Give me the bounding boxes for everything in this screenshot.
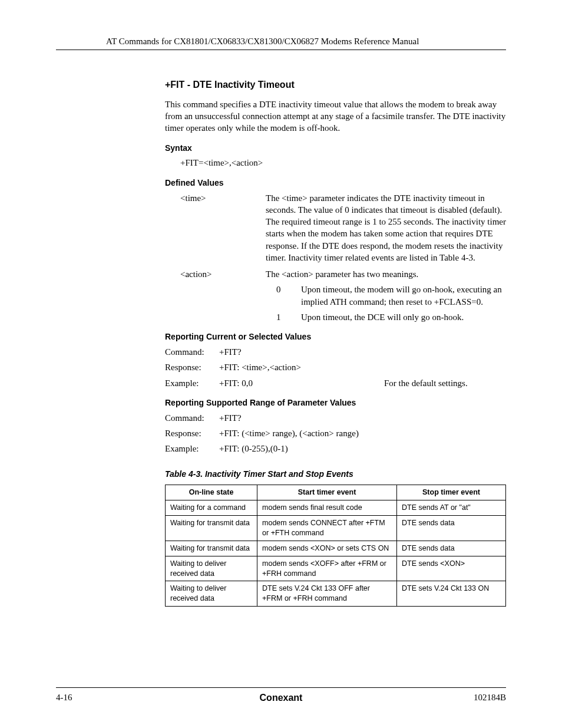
def-action-1-val: Upon timeout, the DCE will only go on-ho… <box>301 311 506 323</box>
rr-command-row: Command: +FIT? <box>165 412 506 424</box>
table-cell: Waiting for transmit data <box>166 541 257 556</box>
rc-example-row: Example: +FIT: 0,0 For the default setti… <box>165 377 506 389</box>
section-title: +FIT - DTE Inactivity Timeout <box>165 78 506 91</box>
table-cell: DTE sets V.24 Ckt 133 ON <box>397 581 506 607</box>
rr-example-val: +FIT: (0-255),(0-1) <box>219 443 384 454</box>
table-cell: DTE sends data <box>397 541 506 556</box>
table-row: Waiting for transmit data modem sends <X… <box>166 541 506 556</box>
table-row: Waiting to deliver received data modem s… <box>166 556 506 581</box>
running-header: AT Commands for CX81801/CX06833/CX81300/… <box>56 35 506 47</box>
def-action-0-val: Upon timeout, the modem will go on-hook,… <box>301 284 506 308</box>
def-action-0-row: 0 Upon timeout, the modem will go on-hoo… <box>266 284 506 308</box>
th-start-timer-event: Start timer event <box>257 485 397 500</box>
rc-command-row: Command: +FIT? <box>165 346 506 358</box>
table-cell: DTE sends <XON> <box>397 556 506 581</box>
table-head-row: On-line state Start timer event Stop tim… <box>166 485 506 500</box>
table-caption: Table 4-3. Inactivity Timer Start and St… <box>165 469 506 480</box>
rr-response-val: +FIT: (<time> range), (<action> range) <box>219 427 384 439</box>
report-range-block: Command: +FIT? Response: +FIT: (<time> r… <box>165 412 506 455</box>
table-cell: Waiting for a command <box>166 500 257 516</box>
table-row: Waiting to deliver received data DTE set… <box>166 581 506 607</box>
rc-response-row: Response: +FIT: <time>,<action> <box>165 361 506 373</box>
table-cell: DTE sets V.24 Ckt 133 OFF after +FRM or … <box>257 581 397 607</box>
def-action-0-key: 0 <box>266 284 301 308</box>
table-cell: DTE sends data <box>397 516 506 541</box>
table-cell: Waiting for transmit data <box>166 516 257 541</box>
rc-command-label: Command: <box>165 346 219 358</box>
defined-values-block: <time> The <time> parameter indicates th… <box>165 192 506 324</box>
table-cell: Waiting to deliver received data <box>166 581 257 607</box>
rr-command-label: Command: <box>165 412 219 424</box>
page-footer: 4-16 Conexant 102184B <box>56 687 506 703</box>
table-cell: modem sends CONNECT after +FTM or +FTH c… <box>257 516 397 541</box>
rr-response-label: Response: <box>165 427 219 439</box>
page: AT Commands for CX81801/CX06833/CX81300/… <box>0 0 562 728</box>
rc-command-val: +FIT? <box>219 346 384 358</box>
table-row: Waiting for transmit data modem sends CO… <box>166 516 506 541</box>
rr-response-row: Response: +FIT: (<time> range), (<action… <box>165 427 506 439</box>
def-time-desc: The <time> parameter indicates the DTE i… <box>266 192 506 264</box>
table-cell: modem sends <XON> or sets CTS ON <box>257 541 397 556</box>
inactivity-table: On-line state Start timer event Stop tim… <box>165 485 506 607</box>
def-action-term: <action> <box>180 268 266 323</box>
th-online-state: On-line state <box>166 485 257 500</box>
table-cell: modem sends <XOFF> after +FRM or +FRH co… <box>257 556 397 581</box>
def-time-row: <time> The <time> parameter indicates th… <box>180 192 506 264</box>
rc-example-label: Example: <box>165 377 219 389</box>
defined-values-heading: Defined Values <box>165 177 506 189</box>
rr-example-label: Example: <box>165 443 219 454</box>
def-action-text: The <action> parameter has two meanings. <box>266 268 506 280</box>
report-current-heading: Reporting Current or Selected Values <box>165 331 506 342</box>
footer-doc-id: 102184B <box>474 691 506 703</box>
syntax-heading: Syntax <box>165 143 506 154</box>
page-content: +FIT - DTE Inactivity Timeout This comma… <box>56 78 506 607</box>
def-action-desc: The <action> parameter has two meanings.… <box>266 268 506 323</box>
def-action-1-key: 1 <box>266 311 301 323</box>
syntax-text: +FIT=<time>,<action> <box>165 157 506 169</box>
rc-example-note: For the default settings. <box>384 377 506 389</box>
footer-brand: Conexant <box>260 691 303 704</box>
table-cell: modem sends final result code <box>257 500 397 516</box>
def-action-row: <action> The <action> parameter has two … <box>180 268 506 323</box>
report-current-block: Command: +FIT? Response: +FIT: <time>,<a… <box>165 346 506 389</box>
rr-example-row: Example: +FIT: (0-255),(0-1) <box>165 443 506 454</box>
rr-command-val: +FIT? <box>219 412 384 424</box>
table-cell: DTE sends AT or "at" <box>397 500 506 516</box>
rc-response-label: Response: <box>165 361 219 373</box>
rc-example-val: +FIT: 0,0 <box>219 377 384 389</box>
rc-response-val: +FIT: <time>,<action> <box>219 361 384 373</box>
def-time-term: <time> <box>180 192 266 264</box>
footer-page-number: 4-16 <box>56 691 72 703</box>
header-rule <box>56 50 506 50</box>
section-intro: This command specifies a DTE inactivity … <box>165 98 506 134</box>
th-stop-timer-event: Stop timer event <box>397 485 506 500</box>
report-range-heading: Reporting Supported Range of Parameter V… <box>165 397 506 409</box>
table-cell: Waiting to deliver received data <box>166 556 257 581</box>
table-row: Waiting for a command modem sends final … <box>166 500 506 516</box>
def-action-1-row: 1 Upon timeout, the DCE will only go on-… <box>266 311 506 323</box>
